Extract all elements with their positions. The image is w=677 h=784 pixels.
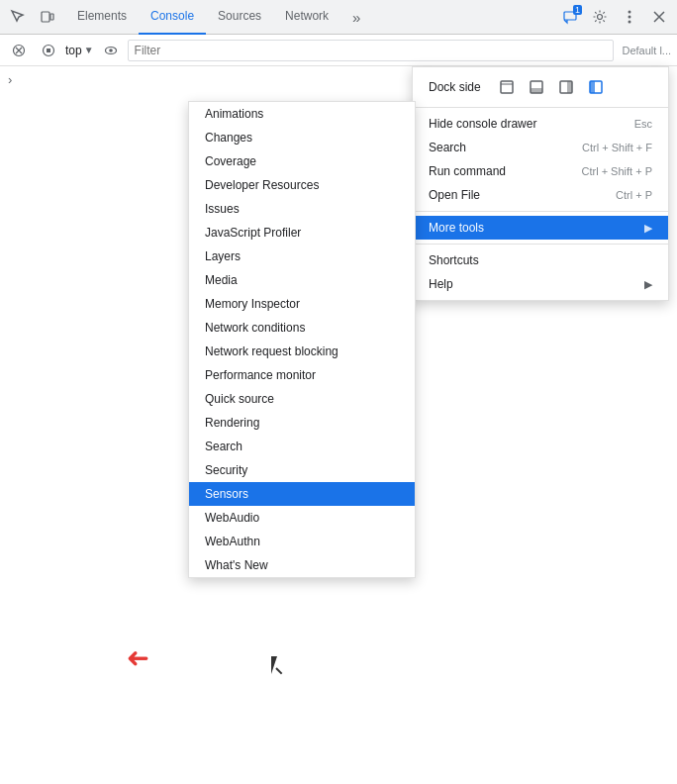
svg-point-3 — [598, 15, 603, 20]
tab-elements[interactable]: Elements — [65, 0, 139, 35]
submenu-changes[interactable]: Changes — [189, 126, 415, 149]
menu-actions-section: Hide console drawer Esc Search Ctrl + Sh… — [413, 107, 668, 211]
submenu-quick-source[interactable]: Quick source — [189, 387, 415, 411]
main-content: › Dock side — [0, 66, 677, 783]
submenu-webaudio[interactable]: WebAudio — [189, 506, 415, 530]
console-toolbar: top ▼ Default l... — [0, 35, 677, 66]
svg-rect-17 — [590, 81, 595, 93]
tab-bar-right: 1 — [556, 3, 673, 31]
tab-console[interactable]: Console — [139, 0, 206, 35]
tab-network[interactable]: Network — [273, 0, 340, 35]
dock-right-icon[interactable] — [556, 77, 576, 97]
svg-rect-0 — [42, 12, 49, 22]
dock-left-icon[interactable] — [586, 77, 606, 97]
mouse-cursor — [271, 656, 283, 676]
feedback-button[interactable]: 1 — [556, 3, 584, 31]
svg-rect-15 — [567, 81, 572, 93]
svg-point-4 — [629, 11, 631, 14]
svg-point-6 — [629, 21, 631, 24]
filter-input[interactable] — [128, 40, 615, 61]
submenu-performance-monitor[interactable]: Performance monitor — [189, 363, 415, 387]
run-command-item[interactable]: Run command Ctrl + Shift + P — [413, 159, 668, 183]
tab-bar: Elements Console Sources Network » 1 — [0, 0, 677, 35]
submenu-rendering[interactable]: Rendering — [189, 411, 415, 435]
search-item[interactable]: Search Ctrl + Shift + F — [413, 136, 668, 159]
settings-dropdown: Dock side — [412, 66, 669, 301]
hide-console-drawer-item[interactable]: Hide console drawer Esc — [413, 112, 668, 136]
tab-sources[interactable]: Sources — [206, 0, 273, 35]
settings-icon[interactable] — [586, 3, 614, 31]
submenu-memory-inspector[interactable]: Memory Inspector — [189, 292, 415, 316]
submenu-animations[interactable]: Animations — [189, 102, 415, 126]
submenu-coverage[interactable]: Coverage — [189, 149, 415, 173]
dock-side-label: Dock side — [429, 80, 481, 94]
submenu-security[interactable]: Security — [189, 458, 415, 482]
submenu-issues[interactable]: Issues — [189, 197, 415, 221]
dock-side-row: Dock side — [413, 71, 668, 103]
submenu-developer-resources[interactable]: Developer Resources — [189, 173, 415, 197]
submenu-webauthn[interactable]: WebAuthn — [189, 530, 415, 553]
inspect-icon[interactable] — [4, 3, 32, 31]
default-level-label: Default l... — [622, 45, 671, 56]
submenu-javascript-profiler[interactable]: JavaScript Profiler — [189, 221, 415, 245]
open-file-item[interactable]: Open File Ctrl + P — [413, 183, 668, 207]
stop-icon[interactable] — [36, 38, 61, 63]
submenu-layers[interactable]: Layers — [189, 245, 415, 268]
submenu-whats-new[interactable]: What's New — [189, 553, 415, 577]
more-tools-section: More tools ▶ — [413, 211, 668, 244]
submenu-sensors[interactable]: Sensors — [189, 482, 415, 506]
device-toggle-icon[interactable] — [34, 3, 61, 31]
close-icon[interactable] — [645, 3, 673, 31]
dock-undock-icon[interactable] — [497, 77, 517, 97]
more-tools-submenu: Animations Changes Coverage Developer Re… — [188, 101, 416, 578]
help-item[interactable]: Help ▶ — [413, 272, 668, 296]
shortcuts-item[interactable]: Shortcuts — [413, 248, 668, 272]
svg-point-5 — [629, 16, 631, 19]
submenu-network-request-blocking[interactable]: Network request blocking — [189, 340, 415, 363]
more-tabs-icon[interactable]: » — [342, 3, 370, 31]
clear-console-button[interactable] — [6, 38, 32, 63]
submenu-search[interactable]: Search — [189, 435, 415, 458]
svg-point-10 — [109, 49, 113, 52]
submenu-network-conditions[interactable]: Network conditions — [189, 316, 415, 340]
shortcuts-help-section: Shortcuts Help ▶ — [413, 244, 668, 300]
dock-side-section: Dock side — [413, 67, 668, 107]
red-arrow-indicator: ➜ — [127, 641, 149, 674]
svg-rect-1 — [50, 14, 53, 20]
tab-bar-icons — [4, 3, 61, 31]
kebab-menu-icon[interactable] — [616, 3, 643, 31]
submenu-media[interactable]: Media — [189, 268, 415, 292]
eye-icon[interactable] — [98, 38, 124, 63]
svg-rect-11 — [501, 81, 513, 93]
svg-rect-13 — [531, 88, 542, 93]
dock-bottom-icon[interactable] — [527, 77, 546, 97]
context-selector[interactable]: top ▼ — [65, 44, 94, 57]
more-tools-item[interactable]: More tools ▶ — [413, 216, 668, 240]
